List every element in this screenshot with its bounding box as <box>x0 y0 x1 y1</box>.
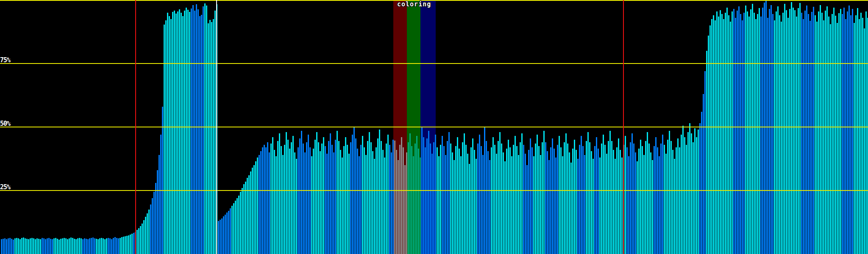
bar <box>752 4 753 254</box>
bar <box>606 154 607 254</box>
bar <box>618 138 619 254</box>
bar <box>335 140 336 254</box>
bar <box>687 132 689 254</box>
bar <box>467 154 468 254</box>
bar <box>279 133 280 254</box>
bar <box>586 141 587 254</box>
bar <box>491 147 492 254</box>
bar <box>637 161 638 254</box>
marker-line-white <box>216 0 217 254</box>
bar <box>301 131 302 254</box>
bar <box>89 238 90 254</box>
bar <box>274 150 275 254</box>
bar <box>681 135 682 254</box>
bar <box>657 147 658 254</box>
bar <box>513 145 514 254</box>
bar <box>784 4 785 254</box>
bar <box>503 152 504 254</box>
bar <box>504 161 506 254</box>
bar <box>225 215 226 254</box>
bar <box>721 14 723 254</box>
bar <box>179 9 180 254</box>
bar <box>50 239 51 254</box>
bar <box>157 170 158 254</box>
bar <box>693 142 694 254</box>
bar <box>428 131 429 254</box>
bar <box>211 22 212 254</box>
bar <box>810 21 811 254</box>
bar <box>58 240 60 254</box>
bar <box>789 9 790 254</box>
bar <box>192 5 194 254</box>
bar <box>175 14 177 254</box>
bar <box>97 239 99 254</box>
bar <box>287 140 289 254</box>
bar <box>845 19 846 254</box>
bar <box>860 13 862 254</box>
gridline-50 <box>0 127 868 127</box>
bar <box>847 11 848 254</box>
bar <box>291 142 292 254</box>
bar <box>323 137 324 254</box>
bar <box>265 147 267 254</box>
bar <box>640 140 641 254</box>
bar <box>94 238 95 254</box>
bar <box>416 136 417 254</box>
bar <box>221 218 223 254</box>
bar <box>189 12 190 254</box>
bar <box>352 135 353 254</box>
bar <box>654 146 655 254</box>
bar <box>153 192 155 254</box>
bar <box>501 144 502 254</box>
bar <box>430 144 431 254</box>
bar <box>608 141 609 254</box>
bar <box>696 137 697 254</box>
bar <box>494 145 495 254</box>
bar <box>4 238 6 254</box>
bar <box>148 210 150 254</box>
bar <box>725 13 726 254</box>
bar <box>230 208 231 254</box>
bar <box>235 201 236 254</box>
bar <box>55 238 56 254</box>
bar <box>62 238 63 254</box>
bar <box>255 161 256 254</box>
bar <box>686 145 687 254</box>
bar <box>425 147 426 254</box>
bar <box>813 7 814 254</box>
bar <box>781 22 782 254</box>
bar <box>674 159 675 254</box>
bar <box>647 132 648 254</box>
bar <box>391 152 392 254</box>
bar <box>574 140 575 254</box>
bar <box>864 28 865 254</box>
bar <box>214 11 216 254</box>
bar <box>26 239 28 254</box>
bar <box>591 151 592 254</box>
bar <box>620 150 621 254</box>
bar <box>69 238 70 254</box>
bar <box>11 239 12 254</box>
bar <box>489 160 490 254</box>
bar <box>226 213 228 254</box>
bar <box>626 147 628 254</box>
bar <box>694 128 696 254</box>
bar <box>518 155 519 254</box>
bar <box>459 149 460 254</box>
bar <box>13 240 14 254</box>
bar <box>392 140 394 254</box>
bar <box>764 3 765 254</box>
bar <box>326 154 328 254</box>
bar <box>479 135 480 254</box>
bar <box>233 203 234 254</box>
bar <box>472 138 473 254</box>
bar <box>525 154 526 254</box>
bar <box>309 147 311 254</box>
bar <box>535 144 536 254</box>
bar <box>833 8 835 254</box>
bar <box>498 141 499 254</box>
bar <box>767 18 768 254</box>
bar <box>840 9 841 254</box>
bar <box>65 238 67 254</box>
bar <box>133 233 134 254</box>
